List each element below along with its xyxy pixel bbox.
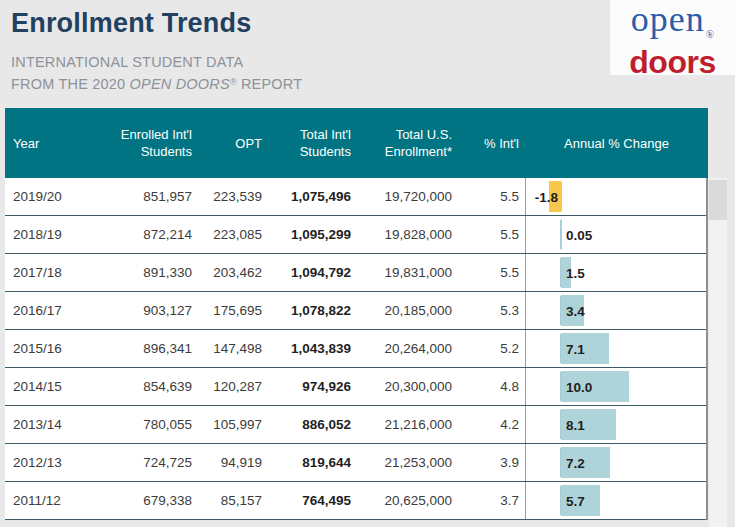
opt-cell: 223,085 — [197, 216, 267, 253]
annual-change-value: 7.1 — [566, 341, 585, 356]
annual-pct-change-cell: -1.8 — [525, 178, 706, 215]
annual-change-value: 8.1 — [566, 417, 585, 432]
table-row[interactable]: 2019/20851,957223,5391,075,49619,720,000… — [5, 178, 706, 216]
year-cell: 2011/12 — [5, 482, 117, 519]
subtitle-line2-italic: OPEN DOORS — [130, 76, 230, 92]
total-intl-students-cell: 1,094,792 — [267, 254, 359, 291]
year-cell: 2015/16 — [5, 330, 117, 367]
table-body: 2019/20851,957223,5391,075,49619,720,000… — [5, 178, 708, 520]
page-title: Enrollment Trends — [11, 8, 251, 39]
opt-cell: 175,695 — [197, 292, 267, 329]
enrolled-intl-students-cell: 872,214 — [117, 216, 197, 253]
annual-pct-change-cell: 3.4 — [525, 292, 706, 329]
open-doors-logo: open® doors — [610, 0, 735, 75]
enrolled-intl-students-cell: 891,330 — [117, 254, 197, 291]
year-cell: 2013/14 — [5, 406, 117, 443]
enrolled-intl-students-cell: 851,957 — [117, 178, 197, 215]
total-intl-students-cell: 974,926 — [267, 368, 359, 405]
annual-pct-change-cell: 7.2 — [525, 444, 706, 481]
total-us-enrollment-cell: 19,831,000 — [359, 254, 457, 291]
pct-intl-cell: 3.9 — [457, 444, 525, 481]
total-us-enrollment-cell: 19,828,000 — [359, 216, 457, 253]
logo-registered-mark: ® — [706, 28, 714, 40]
annual-change-value: 1.5 — [566, 265, 585, 280]
total-intl-students-cell: 1,078,822 — [267, 292, 359, 329]
enrolled-intl-students-cell: 679,338 — [117, 482, 197, 519]
subtitle-line2-prefix: FROM THE 2020 — [11, 76, 130, 92]
total-us-enrollment-cell: 21,253,000 — [359, 444, 457, 481]
table-header-row: Year Enrolled Int'l Students OPT Total I… — [5, 108, 708, 178]
enrolled-intl-students-cell: 724,725 — [117, 444, 197, 481]
annual-pct-change-cell: 10.0 — [525, 368, 706, 405]
annual-change-value: 0.05 — [566, 227, 592, 242]
table-row[interactable]: 2013/14780,055105,997886,05221,216,0004.… — [5, 406, 706, 444]
annual-pct-change-cell: 1.5 — [525, 254, 706, 291]
total-intl-students-cell: 1,095,299 — [267, 216, 359, 253]
pct-intl-cell: 5.5 — [457, 254, 525, 291]
pct-intl-cell: 4.2 — [457, 406, 525, 443]
report-subtitle: INTERNATIONAL STUDENT DATA FROM THE 2020… — [11, 52, 302, 94]
opt-cell: 120,287 — [197, 368, 267, 405]
annual-change-value: 5.7 — [566, 493, 585, 508]
column-header-enrolled-intl-students: Enrolled Int'l Students — [117, 108, 197, 178]
enrolled-intl-students-cell: 896,341 — [117, 330, 197, 367]
annual-pct-change-cell: 5.7 — [525, 482, 706, 519]
pct-intl-cell: 5.5 — [457, 178, 525, 215]
total-intl-students-cell: 1,043,839 — [267, 330, 359, 367]
annual-change-value: 7.2 — [566, 455, 585, 470]
table-row[interactable]: 2011/12679,33885,157764,49520,625,0003.7… — [5, 482, 706, 520]
table-row[interactable]: 2015/16896,341147,4981,043,83920,264,000… — [5, 330, 706, 368]
total-us-enrollment-cell: 21,216,000 — [359, 406, 457, 443]
annual-change-value: 3.4 — [566, 303, 585, 318]
opt-cell: 203,462 — [197, 254, 267, 291]
total-intl-students-cell: 1,075,496 — [267, 178, 359, 215]
table-row[interactable]: 2018/19872,214223,0851,095,29919,828,000… — [5, 216, 706, 254]
year-cell: 2017/18 — [5, 254, 117, 291]
opt-cell: 105,997 — [197, 406, 267, 443]
annual-pct-change-cell: 7.1 — [525, 330, 706, 367]
column-header-year: Year — [5, 108, 117, 178]
registered-mark: ® — [230, 77, 237, 87]
column-header-pct-intl: % Int'l — [457, 108, 525, 178]
year-cell: 2016/17 — [5, 292, 117, 329]
column-header-total-intl-students: Total Int'l Students — [267, 108, 359, 178]
table-row[interactable]: 2017/18891,330203,4621,094,79219,831,000… — [5, 254, 706, 292]
pct-intl-cell: 3.7 — [457, 482, 525, 519]
year-cell: 2018/19 — [5, 216, 117, 253]
year-cell: 2012/13 — [5, 444, 117, 481]
year-cell: 2014/15 — [5, 368, 117, 405]
subtitle-line1: INTERNATIONAL STUDENT DATA — [11, 54, 243, 70]
annual-change-value: 10.0 — [566, 379, 592, 394]
vertical-scrollbar[interactable] — [709, 178, 727, 527]
enrolled-intl-students-cell: 780,055 — [117, 406, 197, 443]
pct-intl-cell: 5.2 — [457, 330, 525, 367]
annual-change-value: -1.8 — [535, 189, 558, 204]
enrolled-intl-students-cell: 854,639 — [117, 368, 197, 405]
total-intl-students-cell: 764,495 — [267, 482, 359, 519]
total-us-enrollment-cell: 20,185,000 — [359, 292, 457, 329]
total-intl-students-cell: 886,052 — [267, 406, 359, 443]
table-row[interactable]: 2014/15854,639120,287974,92620,300,0004.… — [5, 368, 706, 406]
pct-intl-cell: 4.8 — [457, 368, 525, 405]
opt-cell: 85,157 — [197, 482, 267, 519]
year-cell: 2019/20 — [5, 178, 117, 215]
report-header: Enrollment Trends INTERNATIONAL STUDENT … — [0, 0, 735, 108]
enrollment-trends-panel: Enrollment Trends INTERNATIONAL STUDENT … — [0, 0, 735, 527]
total-us-enrollment-cell: 20,625,000 — [359, 482, 457, 519]
total-us-enrollment-cell: 20,264,000 — [359, 330, 457, 367]
scrollbar-thumb[interactable] — [709, 180, 727, 220]
opt-cell: 147,498 — [197, 330, 267, 367]
annual-pct-change-cell: 0.05 — [525, 216, 706, 253]
total-us-enrollment-cell: 19,720,000 — [359, 178, 457, 215]
column-header-annual-pct-change: Annual % Change — [525, 108, 708, 178]
pct-intl-cell: 5.5 — [457, 216, 525, 253]
table-row[interactable]: 2016/17903,127175,6951,078,82220,185,000… — [5, 292, 706, 330]
table-row[interactable]: 2012/13724,72594,919819,64421,253,0003.9… — [5, 444, 706, 482]
column-header-total-us-enrollment: Total U.S. Enrollment* — [359, 108, 457, 178]
opt-cell: 94,919 — [197, 444, 267, 481]
annual-pct-change-cell: 8.1 — [525, 406, 706, 443]
subtitle-line2-suffix: REPORT — [237, 76, 303, 92]
enrolled-intl-students-cell: 903,127 — [117, 292, 197, 329]
pct-intl-cell: 5.3 — [457, 292, 525, 329]
opt-cell: 223,539 — [197, 178, 267, 215]
